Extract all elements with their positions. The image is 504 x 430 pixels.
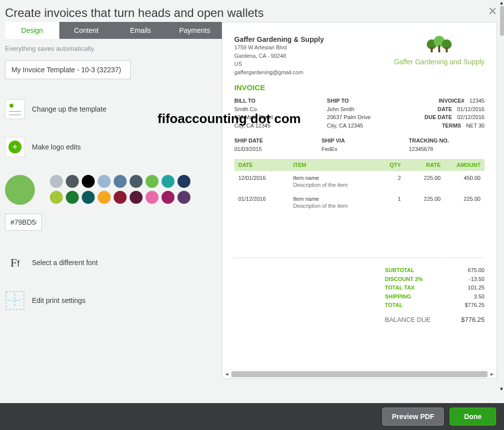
- company-address: 1759 W Artesian Blvd Gardena, CA - 90248…: [234, 43, 324, 76]
- color-swatch[interactable]: [114, 175, 127, 188]
- line-item: 12/01/2016 Item name 2 225.00 450.00 Des…: [234, 171, 485, 192]
- preview-pdf-button[interactable]: Preview PDF: [382, 408, 444, 426]
- change-template-label: Change up the template: [32, 105, 106, 113]
- svg-rect-8: [446, 47, 448, 52]
- svg-rect-6: [431, 47, 433, 52]
- color-swatch[interactable]: [177, 191, 190, 204]
- color-swatch[interactable]: [98, 191, 111, 204]
- print-settings-row[interactable]: Edit print settings: [5, 290, 222, 310]
- color-swatch[interactable]: [162, 191, 174, 204]
- logo-edits-row[interactable]: + Make logo edits: [5, 137, 222, 157]
- close-icon[interactable]: ✕: [488, 6, 497, 17]
- select-font-label: Select a different font: [32, 259, 98, 267]
- tree-logo-icon: [424, 35, 454, 54]
- bill-to: BILL TO Smith Co. 123 Main Street City, …: [234, 97, 273, 130]
- invoice-heading: INVOICE: [234, 83, 485, 92]
- vertical-scrollbar[interactable]: ▲ ▼: [499, 0, 504, 394]
- company-logo: Gaffer Gardening and Supply: [394, 35, 485, 76]
- color-swatch[interactable]: [50, 191, 63, 204]
- page-title: Create invoices that turn heads and open…: [5, 6, 264, 20]
- color-swatch[interactable]: [82, 175, 95, 188]
- horizontal-scrollbar[interactable]: ◄ ►: [222, 369, 497, 378]
- invoice-meta: INVOICE#12345 DATE01/12/2016 DUE DATE02/…: [425, 97, 485, 130]
- line-items-header: DATE ITEM QTY RATE AMOUNT: [234, 159, 485, 171]
- tab-emails[interactable]: Emails: [114, 22, 168, 39]
- invoice-totals: SUBTOTAL675.00 DISCOUNT 2%-13.50 TOTAL T…: [385, 266, 485, 323]
- change-template-row[interactable]: Change up the template: [5, 99, 222, 119]
- color-swatch[interactable]: [82, 191, 95, 204]
- company-name: Gaffer Gardening & Supply: [234, 35, 324, 43]
- scroll-up-icon[interactable]: ▲: [499, 0, 504, 5]
- color-swatch[interactable]: [146, 191, 159, 204]
- color-swatch[interactable]: [114, 191, 127, 204]
- color-swatch[interactable]: [162, 175, 174, 188]
- logo-caption: Gaffer Gardening and Supply: [394, 58, 485, 66]
- color-swatch[interactable]: [130, 191, 143, 204]
- footer-bar: Preview PDF Done: [0, 403, 504, 430]
- line-item: 01/12/2016 Item name 1 225.00 225.00 Des…: [234, 192, 485, 213]
- shipping-info: SHIP DATE01/03/2015 SHIP VIAFedEx TRACKI…: [234, 137, 485, 153]
- tab-content[interactable]: Content: [59, 22, 114, 39]
- print-settings-label: Edit print settings: [32, 296, 85, 304]
- scroll-left-icon[interactable]: ◄: [222, 371, 231, 377]
- color-swatch[interactable]: [146, 175, 159, 188]
- svg-rect-7: [438, 45, 440, 52]
- plus-icon: +: [8, 141, 21, 153]
- tabs: Design Content Emails Payments: [5, 22, 222, 39]
- tab-design[interactable]: Design: [5, 22, 59, 39]
- color-swatch[interactable]: [177, 175, 190, 188]
- scroll-down-icon[interactable]: ▼: [499, 386, 504, 392]
- add-logo-icon: +: [5, 137, 25, 157]
- font-icon: Ff: [5, 253, 25, 273]
- selected-color-swatch[interactable]: [5, 175, 35, 205]
- color-picker: [5, 175, 222, 205]
- tab-payments[interactable]: Payments: [168, 22, 222, 39]
- template-icon: [5, 99, 25, 119]
- color-swatch[interactable]: [66, 191, 79, 204]
- color-swatch[interactable]: [66, 175, 79, 188]
- autosave-note: Everything saves automatically.: [5, 45, 222, 52]
- logo-edits-label: Make logo edits: [32, 143, 81, 151]
- hex-input[interactable]: [5, 214, 42, 231]
- template-name-field[interactable]: My Invoice Template - 10-3 (32237): [5, 60, 131, 79]
- select-font-row[interactable]: Ff Select a different font: [5, 253, 222, 273]
- design-sidebar: Design Content Emails Payments Everythin…: [5, 22, 222, 379]
- print-icon: [5, 290, 25, 310]
- swatch-grid: [50, 175, 194, 204]
- color-swatch[interactable]: [98, 175, 111, 188]
- color-swatch[interactable]: [50, 175, 63, 188]
- scroll-right-icon[interactable]: ►: [488, 371, 497, 377]
- invoice-preview: fifoaccounting dot com Gaffer Gardening …: [222, 22, 497, 379]
- color-swatch[interactable]: [130, 175, 143, 188]
- done-button[interactable]: Done: [450, 408, 496, 426]
- ship-to: SHIP TO John Smith 20637 Palm Drive City…: [327, 97, 370, 130]
